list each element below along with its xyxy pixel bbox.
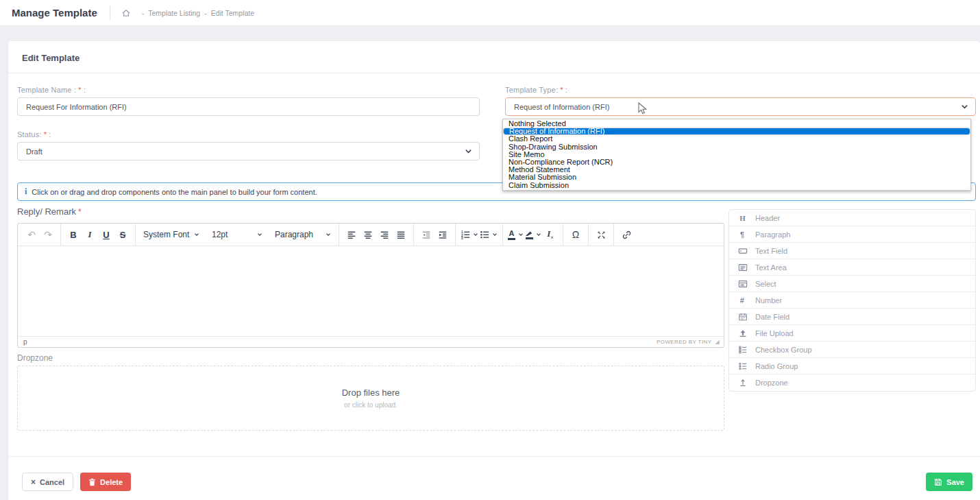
template-type-option[interactable]: Material Submission <box>503 174 970 181</box>
svg-text:#: # <box>740 296 744 304</box>
bullet-list-button[interactable] <box>480 226 498 243</box>
component-label: File Upload <box>755 329 794 337</box>
component-item-text-field[interactable]: Text Field <box>729 243 975 259</box>
undo-button[interactable]: ↶ <box>24 226 39 243</box>
link-button[interactable] <box>619 226 634 243</box>
breadcrumb-template-listing[interactable]: Template Listing <box>148 9 200 17</box>
redo-button[interactable]: ↷ <box>40 226 56 243</box>
component-label: Text Area <box>755 263 787 272</box>
chevron-down-icon <box>465 147 472 155</box>
home-icon[interactable] <box>121 8 131 18</box>
component-item-paragraph[interactable]: ¶Paragraph <box>729 226 975 243</box>
align-center-button[interactable] <box>360 226 376 243</box>
align-right-button[interactable] <box>377 226 392 243</box>
editor-toolbar: ↶ ↷ B I U S System Font <box>18 224 724 246</box>
chevron-down-icon <box>326 232 331 237</box>
template-name-label: Template Name :*: <box>17 86 480 94</box>
status-label: Status:*: <box>17 130 480 139</box>
chevron-down-icon <box>194 232 199 237</box>
info-icon: i <box>25 187 27 197</box>
fullscreen-button[interactable] <box>593 226 609 243</box>
close-icon: × <box>31 477 36 487</box>
svg-text:3: 3 <box>461 237 463 239</box>
template-type-field: Template Type:*: Request of Information … <box>505 86 976 116</box>
paragraph-icon: ¶ <box>737 230 748 239</box>
upload-icon <box>737 329 748 338</box>
delete-button[interactable]: Delete <box>80 473 131 491</box>
component-item-text-area[interactable]: Text Area <box>729 259 975 276</box>
numbered-list-button[interactable]: 123 <box>461 226 478 243</box>
block-format-select[interactable]: Paragraph <box>271 226 334 243</box>
info-alert-text: Click on or drag and drop components ont… <box>32 188 317 196</box>
component-label: Text Field <box>755 247 787 255</box>
card-title: Edit Template <box>22 53 79 63</box>
chevron-down-icon <box>492 232 498 237</box>
date-icon <box>737 312 748 322</box>
component-item-radio-group[interactable]: Radio Group <box>729 358 975 374</box>
font-size-select[interactable]: 12pt <box>208 226 266 243</box>
chevron-down-icon <box>536 232 541 237</box>
component-item-header[interactable]: HHeader <box>729 210 975 226</box>
tiny-branding[interactable]: POWERED BY TINY <box>657 339 711 345</box>
template-type-option[interactable]: Non-Compliance Report (NCR) <box>503 158 970 166</box>
clear-formatting-button[interactable]: I× <box>543 226 558 243</box>
component-label: Select <box>755 280 776 288</box>
font-family-select[interactable]: System Font <box>140 226 203 243</box>
bold-button[interactable]: B <box>66 226 81 243</box>
component-label: Paragraph <box>755 230 790 239</box>
align-left-button[interactable] <box>344 226 359 243</box>
strikethrough-button[interactable]: S <box>115 226 130 243</box>
text-area-icon <box>737 263 748 272</box>
dropzone-area[interactable]: Drop files here or click to upload. <box>17 366 724 431</box>
template-type-option[interactable]: Claim Submission <box>503 182 970 189</box>
underline-button[interactable]: U <box>99 226 114 243</box>
text-color-button[interactable]: A <box>508 226 524 243</box>
status-value: Draft <box>26 147 42 156</box>
dropzone-subtitle: or click to upload. <box>344 401 397 409</box>
trash-icon <box>88 478 96 486</box>
rich-text-editor: ↶ ↷ B I U S System Font <box>17 223 724 348</box>
component-item-select[interactable]: Select <box>729 276 975 292</box>
chevron-down-icon <box>961 103 968 110</box>
component-item-file-upload[interactable]: File Upload <box>729 325 975 342</box>
page-title: Manage Template <box>12 7 97 19</box>
template-type-option[interactable]: Request of Information (RFI) <box>503 128 970 135</box>
cancel-button[interactable]: × Cancel <box>22 473 73 491</box>
template-name-input[interactable] <box>17 97 480 116</box>
breadcrumb: - Template Listing - Edit Template <box>121 8 254 18</box>
template-type-dropdown: Nothing SelectedRequest of Information (… <box>502 119 971 191</box>
align-justify-button[interactable] <box>393 226 408 243</box>
element-path[interactable]: p <box>23 338 27 346</box>
component-item-date-field[interactable]: Date Field <box>729 309 975 325</box>
component-label: Number <box>755 296 782 305</box>
text-field-icon <box>737 246 748 256</box>
save-icon <box>934 478 942 486</box>
status-select[interactable]: Draft <box>17 142 480 160</box>
component-label: Dropzone <box>755 379 788 387</box>
svg-text:¶: ¶ <box>740 230 744 238</box>
save-button[interactable]: Save <box>926 473 972 491</box>
dropzone-title: Drop files here <box>342 388 400 398</box>
topbar: Manage Template - Template Listing - Edi… <box>0 0 980 26</box>
template-type-option[interactable]: Clash Report <box>503 135 970 143</box>
resize-handle-icon[interactable]: ◢ <box>715 339 720 345</box>
special-character-button[interactable]: Ω <box>568 226 583 243</box>
editor-content[interactable] <box>18 246 724 336</box>
component-label: Radio Group <box>755 362 798 370</box>
italic-button[interactable]: I <box>82 226 97 243</box>
svg-text:H: H <box>739 213 746 222</box>
card-header: Edit Template <box>8 41 980 73</box>
component-label: Checkbox Group <box>755 346 812 354</box>
template-type-option[interactable]: Shop-Drawing Submission <box>503 143 970 151</box>
indent-button[interactable] <box>435 226 450 243</box>
component-item-checkbox-group[interactable]: Checkbox Group <box>729 342 975 358</box>
highlight-color-button[interactable] <box>525 226 541 243</box>
checkbox-icon <box>737 345 748 355</box>
template-type-select[interactable]: Request of Information (RFI) <box>505 97 976 116</box>
component-item-dropzone[interactable]: Dropzone <box>729 374 975 391</box>
outdent-button[interactable] <box>419 226 434 243</box>
dropzone-label: Dropzone <box>17 353 724 363</box>
footer: × Cancel Delete Save <box>8 457 980 491</box>
component-item-number[interactable]: #Number <box>729 292 975 309</box>
header-divider <box>110 5 110 21</box>
